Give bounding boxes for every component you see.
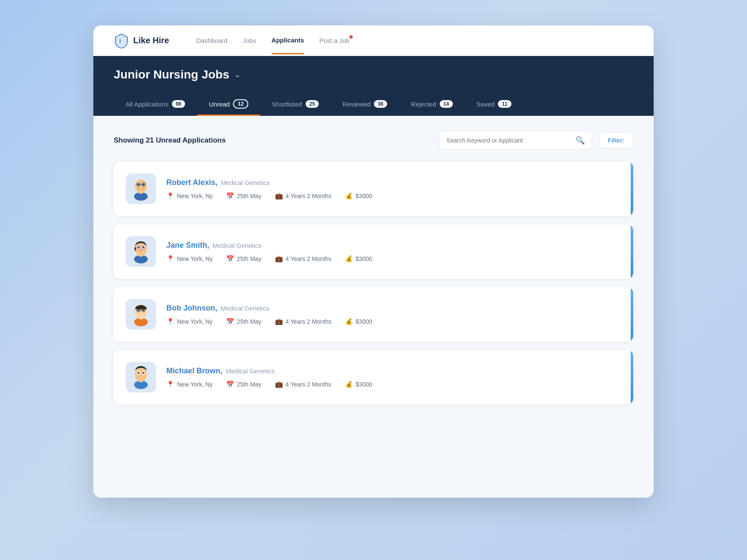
app-window: i Like Hire Dashboard Jobs Applicants Po…	[93, 25, 654, 498]
applicant-card[interactable]: Bob Johnson, Medical Genetics 📍 New York…	[114, 287, 633, 342]
date-text: 25th May	[237, 318, 261, 325]
avatar	[126, 174, 156, 204]
experience-text: 4 Years 2 Months	[286, 381, 331, 388]
briefcase-icon: 💼	[275, 318, 283, 325]
search-filter-row: 🔍 Filter:	[439, 131, 633, 150]
experience-text: 4 Years 2 Months	[286, 193, 331, 199]
applicant-name: Robert Alexis,	[166, 178, 217, 187]
salary-text: $3000	[356, 318, 372, 325]
svg-point-42	[143, 372, 144, 374]
salary-text: $3000	[356, 193, 372, 199]
location-text: New York, Ny	[177, 193, 213, 199]
money-icon: 💰	[345, 318, 353, 325]
tab-badge-shortlisted: 25	[306, 100, 319, 108]
svg-point-20	[143, 246, 144, 248]
tabs-row: All Applications 98 Unread 12 Shortliste…	[114, 93, 633, 116]
date-meta: 📅 25th May	[226, 318, 261, 325]
avatar	[126, 236, 156, 267]
calendar-icon: 📅	[226, 381, 234, 388]
svg-point-24	[138, 252, 144, 257]
filter-button[interactable]: Filter:	[599, 132, 633, 148]
card-meta: 📍 New York, Ny 📅 25th May 💼 4 Years 2 Mo…	[166, 318, 621, 325]
applicant-card[interactable]: Michael Brown, Medical Genetics 📍 New Yo…	[114, 350, 633, 404]
job-title: Junior Nursing Jobs	[114, 68, 229, 81]
svg-point-43	[138, 377, 144, 382]
location-text: New York, Ny	[177, 318, 213, 325]
svg-point-41	[138, 372, 139, 374]
search-icon[interactable]: 🔍	[576, 136, 585, 145]
chevron-down-icon[interactable]: ⌄	[234, 70, 241, 79]
location-meta: 📍 New York, Ny	[166, 381, 213, 388]
applicant-specialty: Medical Genetics	[221, 179, 270, 186]
logo-icon: i	[114, 33, 129, 48]
location-meta: 📍 New York, Ny	[166, 318, 213, 325]
location-icon: 📍	[166, 255, 174, 263]
date-text: 25th May	[237, 193, 261, 199]
svg-point-19	[138, 246, 139, 248]
location-meta: 📍 New York, Ny	[166, 255, 213, 263]
calendar-icon: 📅	[226, 192, 234, 200]
tab-all-applications[interactable]: All Applications 98	[114, 94, 197, 115]
card-accent	[631, 287, 633, 342]
location-icon: 📍	[166, 381, 174, 388]
salary-meta: 💰 $3000	[345, 255, 372, 263]
tab-badge-unread: 12	[233, 99, 248, 109]
money-icon: 💰	[345, 255, 353, 263]
search-input[interactable]	[447, 137, 571, 144]
logo-text: Like Hire	[133, 36, 169, 45]
main-content: Showing 21 Unread Applications 🔍 Filter:	[93, 116, 654, 498]
tab-badge-all: 98	[172, 100, 185, 108]
card-meta: 📍 New York, Ny 📅 25th May 💼 4 Years 2 Mo…	[166, 381, 621, 388]
experience-meta: 💼 4 Years 2 Months	[275, 192, 331, 200]
location-icon: 📍	[166, 192, 174, 200]
date-text: 25th May	[237, 381, 261, 388]
tab-badge-reviewed: 36	[374, 100, 387, 108]
applicant-card[interactable]: Robert Alexis, Medical Genetics 📍 New Yo…	[114, 162, 633, 216]
card-accent	[631, 350, 633, 404]
applicant-specialty: Medical Genetics	[226, 367, 275, 375]
nav-applicants[interactable]: Applicants	[272, 36, 304, 54]
applicants-list: Robert Alexis, Medical Genetics 📍 New Yo…	[114, 162, 633, 404]
logo: i Like Hire	[114, 33, 169, 48]
tab-saved[interactable]: Saved 11	[465, 94, 523, 115]
applicant-card[interactable]: Jane Smith, Medical Genetics 📍 New York,…	[114, 224, 633, 279]
applicant-name-row: Bob Johnson, Medical Genetics	[166, 304, 621, 313]
card-accent	[631, 162, 633, 216]
card-info: Bob Johnson, Medical Genetics 📍 New York…	[166, 304, 621, 325]
money-icon: 💰	[345, 381, 353, 388]
applicant-name-row: Jane Smith, Medical Genetics	[166, 241, 621, 250]
nav-links: Dashboard Jobs Applicants Post a Job	[196, 36, 633, 45]
tab-rejected[interactable]: Rejected 14	[399, 94, 465, 115]
tab-reviewed[interactable]: Reviewed 36	[331, 94, 399, 115]
experience-meta: 💼 4 Years 2 Months	[275, 381, 331, 388]
calendar-icon: 📅	[226, 318, 234, 325]
card-info: Jane Smith, Medical Genetics 📍 New York,…	[166, 241, 621, 263]
nav-dashboard[interactable]: Dashboard	[196, 37, 227, 44]
salary-meta: 💰 $3000	[345, 318, 372, 325]
briefcase-icon: 💼	[275, 381, 283, 388]
svg-point-7	[143, 184, 145, 186]
date-meta: 📅 25th May	[226, 381, 261, 388]
svg-text:i: i	[119, 38, 121, 45]
svg-point-32	[138, 309, 139, 311]
experience-text: 4 Years 2 Months	[286, 318, 331, 325]
applicant-specialty: Medical Genetics	[213, 242, 261, 249]
nav-post-job[interactable]: Post a Job	[319, 37, 349, 44]
experience-text: 4 Years 2 Months	[286, 255, 331, 262]
salary-text: $3000	[356, 381, 372, 388]
applicant-specialty: Medical Genetics	[221, 305, 270, 312]
card-accent	[631, 224, 633, 279]
showing-text: Showing 21 Unread Applications	[114, 136, 226, 145]
tab-badge-rejected: 14	[440, 100, 453, 108]
dark-header: Junior Nursing Jobs ⌄ All Applications 9…	[93, 56, 654, 116]
money-icon: 💰	[345, 192, 353, 200]
location-meta: 📍 New York, Ny	[166, 192, 213, 200]
content-header: Showing 21 Unread Applications 🔍 Filter:	[114, 131, 633, 150]
applicant-name: Michael Brown,	[166, 367, 222, 375]
svg-point-33	[143, 309, 144, 311]
nav-jobs[interactable]: Jobs	[243, 37, 256, 44]
tab-shortlisted[interactable]: Shortlisted 25	[260, 94, 331, 115]
search-box: 🔍	[439, 131, 592, 150]
tab-unread[interactable]: Unread 12	[197, 93, 260, 116]
applicant-name-row: Michael Brown, Medical Genetics	[166, 367, 621, 375]
